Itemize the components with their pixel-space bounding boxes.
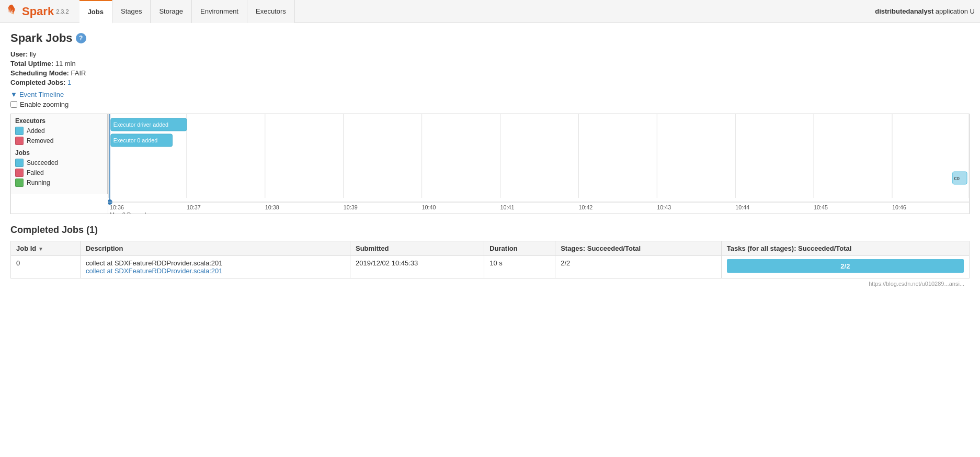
col-stages: Stages: Succeeded/Total — [555, 241, 722, 256]
svg-text:Executor driver added: Executor driver added — [113, 121, 168, 128]
svg-text:10:42: 10:42 — [578, 204, 592, 210]
svg-text:co: co — [954, 175, 960, 181]
legend-removed-box — [15, 137, 24, 145]
app-suffix: application U — [936, 7, 975, 15]
svg-text:10:39: 10:39 — [344, 204, 358, 210]
spark-version: 2.3.2 — [56, 8, 69, 15]
page-title: Spark Jobs ? — [10, 31, 970, 45]
tab-storage[interactable]: Storage — [151, 0, 192, 23]
legend-succeeded-label: Succeeded — [27, 159, 58, 166]
svg-text:10:36: 10:36 — [110, 204, 124, 210]
tab-executors[interactable]: Executors — [247, 0, 295, 23]
timeline-container: Executors Added Removed Jobs Succeeded — [10, 114, 970, 214]
scheduling-info: Scheduling Mode: FAIR — [10, 69, 970, 77]
help-badge[interactable]: ? — [76, 33, 86, 43]
navbar: Spark 2.3.2 Jobs Stages Storage Environm… — [0, 0, 980, 23]
footer-link: https://blog.csdn.net/u010289...ansi... — [10, 278, 970, 289]
user-info: User: lly — [10, 50, 970, 58]
table-header: Job Id ▼ Description Submitted Duration … — [11, 241, 970, 256]
legend-added-box — [15, 127, 24, 135]
legend-running: Running — [15, 179, 103, 187]
legend-removed-label: Removed — [27, 137, 53, 144]
executors-legend-section: Executors Added Removed — [15, 117, 103, 145]
legend-failed-box — [15, 169, 24, 177]
legend-failed: Failed — [15, 169, 103, 177]
header-row: Job Id ▼ Description Submitted Duration … — [11, 241, 970, 256]
timeline-legend: Executors Added Removed Jobs Succeeded — [11, 114, 108, 194]
cell-stages: 2/2 — [555, 256, 722, 278]
brand: Spark 2.3.2 — [5, 4, 69, 19]
executors-legend-title: Executors — [15, 117, 103, 125]
legend-added: Added — [15, 127, 103, 135]
description-link[interactable]: collect at SDXFeatureRDDProvider.scala:2… — [86, 267, 223, 275]
col-submitted: Submitted — [350, 241, 484, 256]
svg-text:10:45: 10:45 — [814, 204, 828, 210]
description-line1: collect at SDXFeatureRDDProvider.scala:2… — [86, 259, 223, 267]
completed-jobs-link[interactable]: 1 — [67, 79, 71, 86]
col-duration: Duration — [484, 241, 555, 256]
spark-logo: Spark 2.3.2 — [5, 4, 69, 19]
spark-flame-icon — [5, 4, 20, 19]
app-name: distributedanalyst — [875, 7, 933, 15]
legend-succeeded-box — [15, 159, 24, 167]
cell-description: collect at SDXFeatureRDDProvider.scala:2… — [80, 256, 350, 278]
svg-text:10:37: 10:37 — [187, 204, 201, 210]
event-timeline-toggle[interactable]: ▼ Event Timeline — [10, 91, 970, 98]
legend-running-label: Running — [27, 179, 50, 186]
sort-arrow-icon: ▼ — [38, 246, 43, 252]
meta-info: User: lly Total Uptime: 11 min Schedulin… — [10, 50, 970, 86]
nav-tabs: Jobs Stages Storage Environment Executor… — [79, 0, 295, 23]
cell-duration: 10 s — [484, 256, 555, 278]
app-info: distributedanalyst application U — [875, 7, 975, 15]
svg-text:10:38: 10:38 — [265, 204, 279, 210]
svg-text:10:41: 10:41 — [500, 204, 515, 210]
legend-added-label: Added — [27, 127, 45, 135]
tab-environment[interactable]: Environment — [192, 0, 247, 23]
svg-text:Executor 0 added: Executor 0 added — [113, 137, 157, 143]
enable-zoom-label: Enable zooming — [20, 101, 69, 108]
legend-running-box — [15, 179, 24, 187]
cell-tasks: 2/2 — [721, 256, 969, 278]
enable-zoom-row: Enable zooming — [10, 101, 970, 108]
completed-jobs-info: Completed Jobs: 1 — [10, 79, 970, 86]
col-description: Description — [80, 241, 350, 256]
tab-stages[interactable]: Stages — [112, 0, 151, 23]
col-tasks: Tasks (for all stages): Succeeded/Total — [721, 241, 969, 256]
table-body: 0 collect at SDXFeatureRDDProvider.scala… — [11, 256, 970, 278]
svg-text:10:46: 10:46 — [892, 204, 906, 210]
timeline-svg: Executor driver added Executor 0 added c… — [108, 114, 969, 214]
jobs-legend-section: Jobs Succeeded Failed Running — [15, 149, 103, 187]
col-job-id[interactable]: Job Id ▼ — [11, 241, 81, 256]
svg-text:10:44: 10:44 — [735, 204, 749, 210]
legend-failed-label: Failed — [27, 169, 44, 176]
table-row: 0 collect at SDXFeatureRDDProvider.scala… — [11, 256, 970, 278]
svg-text:10:40: 10:40 — [422, 204, 436, 210]
legend-removed: Removed — [15, 137, 103, 145]
cell-submitted: 2019/12/02 10:45:33 — [350, 256, 484, 278]
toggle-arrow-icon: ▼ — [10, 91, 17, 98]
tasks-progress-bar: 2/2 — [727, 259, 964, 273]
jobs-legend-title: Jobs — [15, 149, 103, 157]
svg-text:Mon 2 December: Mon 2 December — [110, 211, 153, 214]
completed-jobs-table: Job Id ▼ Description Submitted Duration … — [10, 241, 970, 278]
completed-jobs-section-title: Completed Jobs (1) — [10, 225, 970, 236]
uptime-info: Total Uptime: 11 min — [10, 60, 970, 68]
tab-jobs[interactable]: Jobs — [79, 0, 112, 24]
enable-zoom-checkbox[interactable] — [10, 101, 17, 108]
timeline-svg-area: Executor driver added Executor 0 added c… — [108, 114, 969, 214]
cell-job-id: 0 — [11, 256, 81, 278]
spark-brand-name: Spark — [22, 5, 54, 18]
main-content: Spark Jobs ? User: lly Total Uptime: 11 … — [0, 23, 980, 297]
svg-text:10:43: 10:43 — [657, 204, 671, 210]
legend-succeeded: Succeeded — [15, 159, 103, 167]
